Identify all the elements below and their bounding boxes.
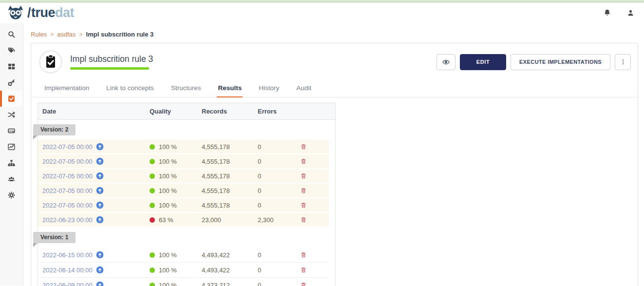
promote-arrow-up-icon[interactable] <box>96 157 104 165</box>
sidebar-item-shuffle[interactable] <box>0 107 23 123</box>
result-quality: 100 % <box>150 187 202 194</box>
result-date-link[interactable]: 2022-06-15 00:00 <box>42 251 150 259</box>
delete-result-trash-icon[interactable] <box>299 201 308 210</box>
quality-progress-bar <box>70 67 149 70</box>
result-actions <box>299 172 326 181</box>
sidebar-item-storage[interactable] <box>0 123 23 139</box>
sidebar-item-key[interactable] <box>0 75 23 91</box>
breadcrumb-link[interactable]: Rules <box>31 31 47 38</box>
table-row: 2022-07-05 00:00 100 % 4,555,178 0 <box>38 184 329 198</box>
delete-result-trash-icon[interactable] <box>299 157 308 166</box>
result-date-link[interactable]: 2022-07-05 00:00 <box>42 157 150 165</box>
table-row: 2022-07-05 00:00 100 % 4,555,178 0 <box>38 140 329 154</box>
truedat-logo[interactable]: /truedat <box>6 5 74 21</box>
preview-eye-button[interactable] <box>436 54 455 70</box>
page-title: Impl subscrition rule 3 <box>70 54 153 64</box>
tab-link-to-concepts[interactable]: Link to concepts <box>105 80 155 97</box>
sidebar-item-chart[interactable] <box>0 139 23 155</box>
promote-arrow-up-icon[interactable] <box>96 143 104 151</box>
promote-arrow-up-icon[interactable] <box>96 251 104 259</box>
execute-implementations-button[interactable]: EXECUTE IMPLEMENTATIONS <box>511 54 610 70</box>
breadcrumb-separator: > <box>50 31 54 38</box>
result-quality: 100 % <box>150 267 202 274</box>
table-row: 2022-06-09 00:00 100 % 4,373,212 0 <box>38 278 329 286</box>
sidebar-item-modules[interactable] <box>0 58 23 75</box>
result-quality: 100 % <box>150 143 202 151</box>
users-icon <box>7 175 16 183</box>
result-date-link[interactable]: 2022-07-05 00:00 <box>42 201 150 209</box>
promote-arrow-up-icon[interactable] <box>96 187 104 194</box>
result-quality: 100 % <box>150 172 202 180</box>
main-content: Rules>asdfas>Impl subscrition rule 3 Imp… <box>23 23 644 286</box>
promote-arrow-up-icon[interactable] <box>96 172 104 180</box>
sidebar-item-settings[interactable] <box>0 187 23 203</box>
quality-status-dot-icon <box>150 217 155 223</box>
tab-audit[interactable]: Audit <box>295 80 312 97</box>
more-options-kebab-icon[interactable] <box>615 54 631 70</box>
result-errors: 0 <box>258 202 299 209</box>
tab-structures[interactable]: Structures <box>170 80 202 97</box>
tags-icon <box>7 46 16 55</box>
edit-button[interactable]: EDIT <box>460 54 506 70</box>
sidebar-item-rules[interactable] <box>0 91 23 107</box>
result-errors: 2,300 <box>258 216 299 224</box>
tab-results[interactable]: Results <box>217 80 243 97</box>
sidebar-item-users[interactable] <box>0 171 23 187</box>
tab-history[interactable]: History <box>258 80 280 97</box>
column-header-records: Records <box>202 108 258 115</box>
quality-status-dot-icon <box>150 283 155 286</box>
delete-result-trash-icon[interactable] <box>299 215 308 224</box>
sidebar-nav <box>0 23 23 286</box>
tab-implementation[interactable]: Implementation <box>43 80 90 97</box>
result-errors: 0 <box>258 251 299 259</box>
delete-result-trash-icon[interactable] <box>299 142 308 151</box>
promote-arrow-up-icon[interactable] <box>96 201 104 209</box>
delete-result-trash-icon[interactable] <box>299 266 308 274</box>
result-errors: 0 <box>258 187 299 194</box>
table-row: 2022-06-23 00:00 63 % 23,000 2,300 <box>38 213 329 228</box>
promote-arrow-up-icon[interactable] <box>96 266 104 274</box>
delete-result-trash-icon[interactable] <box>299 281 308 286</box>
quality-status-dot-icon <box>150 159 155 164</box>
notifications-bell-icon[interactable] <box>603 8 613 18</box>
breadcrumb: Rules>asdfas>Impl subscrition rule 3 <box>31 31 644 38</box>
result-actions <box>299 186 326 195</box>
sidebar-item-search[interactable] <box>0 26 23 42</box>
result-date-link[interactable]: 2022-06-09 00:00 <box>42 281 150 286</box>
sidebar-item-sitemap[interactable] <box>0 155 23 171</box>
result-actions <box>299 266 326 275</box>
version-group-header: Version: 2 <box>38 120 335 140</box>
column-header-quality: Quality <box>150 108 202 115</box>
delete-result-trash-icon[interactable] <box>299 186 308 195</box>
result-date-link[interactable]: 2022-07-05 00:00 <box>42 187 150 194</box>
result-records: 4,555,178 <box>202 172 258 180</box>
promote-arrow-up-icon[interactable] <box>96 281 104 286</box>
breadcrumb-link[interactable]: asdfas <box>57 31 76 38</box>
key-icon <box>7 78 16 87</box>
rule-card: Impl subscrition rule 3 EDIT EXECUTE IMP… <box>31 43 638 286</box>
result-actions <box>299 215 326 225</box>
result-date-link[interactable]: 2022-06-23 00:00 <box>42 216 150 224</box>
result-records: 4,555,178 <box>202 143 258 151</box>
result-records: 4,493,422 <box>202 251 258 259</box>
rules-icon <box>7 95 16 103</box>
delete-result-trash-icon[interactable] <box>299 250 308 259</box>
user-profile-icon[interactable] <box>626 8 636 18</box>
result-quality: 100 % <box>150 158 202 165</box>
quality-status-dot-icon <box>150 144 155 150</box>
sidebar-item-tags[interactable] <box>0 42 23 58</box>
clipboard-check-icon <box>39 50 62 74</box>
promote-arrow-up-icon[interactable] <box>96 216 104 224</box>
result-date-link[interactable]: 2022-07-05 00:00 <box>42 143 150 151</box>
action-buttons: EDIT EXECUTE IMPLEMENTATIONS <box>436 54 631 70</box>
quality-status-dot-icon <box>150 203 155 208</box>
result-actions <box>299 157 326 166</box>
results-table: Date Quality Records Errors Version: 2 2… <box>38 103 336 286</box>
delete-result-trash-icon[interactable] <box>299 172 308 180</box>
result-date-link[interactable]: 2022-07-05 00:00 <box>42 172 150 180</box>
result-errors: 0 <box>258 158 299 165</box>
result-records: 23,000 <box>202 216 258 224</box>
version-group-header: Version: 1 <box>38 228 335 248</box>
result-actions <box>299 201 326 210</box>
result-date-link[interactable]: 2022-06-14 00:00 <box>42 266 150 274</box>
